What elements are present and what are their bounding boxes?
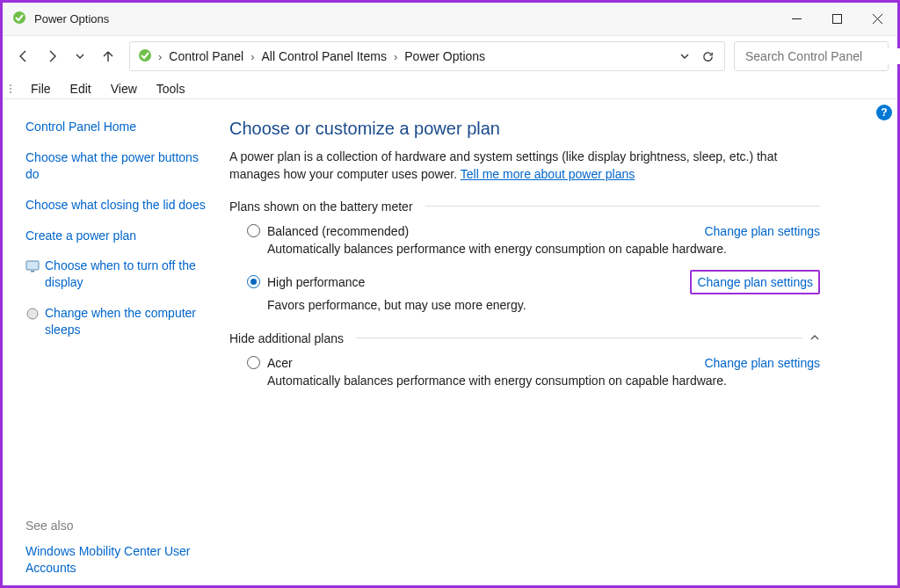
title-bar: Power Options [3,3,897,36]
section-title: Plans shown on the battery meter [229,200,413,214]
maximize-button[interactable] [817,3,857,36]
sidebar-link-turn-off-display[interactable]: Choose when to turn off the display [45,258,210,291]
see-also: See also Windows Mobility Center User Ac… [25,519,210,577]
plan-row-high-performance: High performance Change plan settings [229,266,820,296]
menu-edit[interactable]: Edit [62,79,100,98]
plan-name: High performance [267,275,365,289]
menu-tools[interactable]: Tools [148,79,194,98]
plan-description: Automatically balances performance with … [229,240,820,266]
sidebar-link-create-plan[interactable]: Create a power plan [25,228,210,244]
menu-bar: File Edit View Tools [3,76,897,99]
address-icon [137,47,153,66]
svg-point-10 [27,309,38,319]
svg-rect-2 [832,15,841,24]
refresh-button[interactable] [696,45,719,68]
back-button[interactable] [11,44,36,69]
see-also-header: See also [25,519,210,533]
plan-name: Acer [267,356,293,370]
svg-rect-8 [26,261,39,270]
minimize-button[interactable] [776,3,817,36]
plan-name: Balanced (recommended) [267,224,409,238]
section-title: Hide additional plans [229,331,344,345]
window-title: Power Options [34,12,109,25]
radio-acer[interactable] [247,356,260,369]
breadcrumb[interactable]: All Control Panel Items [260,49,388,63]
section-header-battery-plans: Plans shown on the battery meter [229,200,820,214]
svg-rect-9 [31,271,34,272]
chevron-up-icon [809,331,820,345]
svg-point-0 [13,11,25,24]
sidebar-home-link[interactable]: Control Panel Home [25,119,210,135]
breadcrumb[interactable]: Power Options [403,49,487,63]
menu-view[interactable]: View [102,79,146,98]
chevron-right-icon: › [250,50,254,63]
address-dropdown-button[interactable] [673,45,696,68]
chevron-right-icon: › [158,50,162,63]
sidebar-link-power-buttons[interactable]: Choose what the power buttons do [25,149,210,183]
change-plan-settings-link[interactable]: Change plan settings [704,224,820,238]
svg-point-5 [139,49,151,62]
radio-balanced[interactable] [247,224,260,237]
see-also-mobility-center[interactable]: Windows Mobility Center [25,544,161,558]
search-input[interactable] [744,48,900,64]
search-box[interactable] [734,41,889,71]
menu-grip-icon [10,84,15,93]
sidebar: Control Panel Home Choose what the power… [3,99,221,585]
learn-more-link[interactable]: Tell me more about power plans [461,167,635,181]
nav-bar: › Control Panel › All Control Panel Item… [3,36,897,76]
plan-row-acer: Acer Change plan settings [229,352,820,372]
close-button[interactable] [857,3,897,36]
main-content: Choose or customize a power plan A power… [221,99,897,585]
plan-description: Automatically balances performance with … [229,372,820,398]
address-bar[interactable]: › Control Panel › All Control Panel Item… [129,41,725,71]
up-button[interactable] [96,44,120,69]
display-icon [25,259,40,273]
content-body: ? Control Panel Home Choose what the pow… [3,99,897,585]
moon-icon [25,307,40,321]
change-plan-settings-link[interactable]: Change plan settings [704,356,820,370]
change-plan-settings-link[interactable]: Change plan settings [690,270,820,294]
page-title: Choose or customize a power plan [229,119,820,139]
section-header-additional-plans[interactable]: Hide additional plans [229,331,820,345]
recent-button[interactable] [68,44,92,69]
sidebar-link-computer-sleeps[interactable]: Change when the computer sleeps [45,305,210,338]
page-description: A power plan is a collection of hardware… [229,148,792,184]
sidebar-link-closing-lid[interactable]: Choose what closing the lid does [25,197,210,214]
radio-high-performance[interactable] [247,275,260,288]
app-icon [11,10,27,28]
plan-description: Favors performance, but may use more ene… [229,296,820,323]
menu-file[interactable]: File [22,79,60,98]
forward-button[interactable] [40,44,64,69]
plan-row-balanced: Balanced (recommended) Change plan setti… [229,221,820,240]
chevron-right-icon: › [394,50,397,63]
help-icon[interactable]: ? [876,105,892,120]
breadcrumb[interactable]: Control Panel [167,49,245,63]
